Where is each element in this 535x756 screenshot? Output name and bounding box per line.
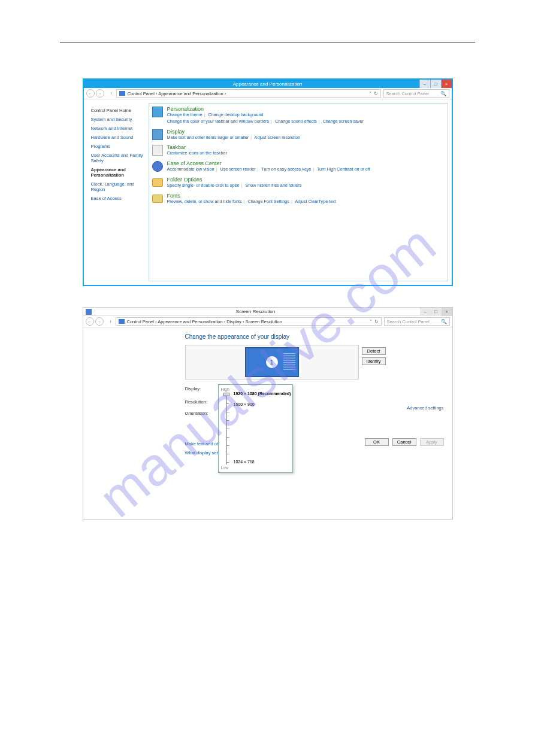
search-placeholder: Search Control Panel bbox=[386, 91, 429, 96]
cat-title[interactable]: Ease of Access Center bbox=[167, 160, 370, 166]
up-button[interactable]: ↑ bbox=[108, 319, 114, 324]
res-option-1[interactable]: 1920 × 1080 (Recommended) bbox=[234, 391, 291, 396]
apply-button[interactable]: Apply bbox=[420, 438, 444, 446]
link-click-open[interactable]: Specify single- or double-click to open bbox=[167, 183, 240, 188]
address-row: ← → ↑ Control Panel › Appearance and Per… bbox=[84, 88, 452, 99]
link-preview-fonts[interactable]: Preview, delete, or show and hide fonts bbox=[167, 199, 242, 204]
nav-programs[interactable]: Programs bbox=[91, 144, 144, 149]
folder-icon bbox=[152, 177, 164, 189]
label-low: Low bbox=[221, 466, 290, 470]
taskbar-icon bbox=[152, 144, 164, 156]
heading: Change the appearance of your display bbox=[185, 333, 446, 340]
nav-clock[interactable]: Clock, Language, and Region bbox=[91, 181, 144, 192]
title-bar: Screen Resolution – □ × bbox=[83, 308, 452, 316]
res-option-3[interactable]: 1024 × 768 bbox=[234, 460, 255, 464]
minimize-button[interactable]: – bbox=[419, 80, 430, 88]
screen-resolution-window: Screen Resolution – □ × ← → ↑ Control Pa… bbox=[83, 307, 453, 520]
page-top-rule bbox=[60, 42, 475, 42]
cat-title[interactable]: Folder Options bbox=[167, 177, 302, 183]
search-input[interactable]: Search Control Panel 🔍 bbox=[383, 89, 449, 98]
main-panel: Personalization Change the theme| Change… bbox=[149, 103, 448, 281]
cat-title[interactable]: Display bbox=[167, 129, 301, 135]
link-change-sound[interactable]: Change sound effects bbox=[275, 119, 317, 124]
search-placeholder: Search Control Panel bbox=[387, 319, 430, 324]
link-hidden-files[interactable]: Show hidden files and folders bbox=[245, 183, 301, 188]
cancel-button[interactable]: Cancel bbox=[392, 438, 416, 446]
refresh-icon[interactable]: ↻ bbox=[374, 319, 379, 324]
back-button[interactable]: ← bbox=[86, 317, 94, 326]
cat-links: Change the theme| Change desktop backgro… bbox=[167, 112, 364, 125]
cat-display: Display Make text and other items larger… bbox=[152, 129, 445, 141]
refresh-icon[interactable]: ↻ bbox=[374, 91, 378, 96]
detect-button[interactable]: Detect bbox=[362, 347, 386, 355]
cat-title[interactable]: Taskbar bbox=[167, 144, 227, 150]
cat-title[interactable]: Fonts bbox=[167, 193, 336, 199]
nav-arrows: ← → bbox=[86, 89, 104, 98]
addr-dropdown-icon[interactable]: ˅ bbox=[369, 91, 371, 96]
appearance-window: Appearance and Personalization – □ × ← →… bbox=[83, 78, 453, 286]
cat-taskbar: Taskbar Customize icons on the taskbar bbox=[152, 144, 445, 157]
cat-title[interactable]: Personalization bbox=[167, 106, 364, 112]
up-button[interactable]: ↑ bbox=[108, 91, 114, 96]
personalization-icon bbox=[152, 106, 164, 118]
label-resolution: Resolution: bbox=[185, 399, 218, 405]
cat-fonts: Fonts Preview, delete, or show and hide … bbox=[152, 193, 445, 205]
label-orientation: Orientation: bbox=[185, 411, 218, 416]
breadcrumb: Control Panel › Appearance and Personali… bbox=[127, 319, 282, 324]
identify-button[interactable]: Identify bbox=[362, 357, 386, 365]
nav-hardware[interactable]: Hardware and Sound bbox=[91, 135, 144, 140]
nav-home[interactable]: Control Panel Home bbox=[91, 108, 144, 113]
window-title: Screen Resolution bbox=[92, 309, 420, 314]
link-cleartype[interactable]: Adjust ClearType text bbox=[295, 199, 335, 204]
slider-thumb[interactable] bbox=[223, 393, 229, 396]
dialog-buttons: OK Cancel Apply bbox=[365, 438, 444, 446]
ok-button[interactable]: OK bbox=[365, 438, 389, 446]
link-text-size[interactable]: Make text and other items larger or smal… bbox=[167, 135, 249, 140]
maximize-button[interactable]: □ bbox=[431, 308, 442, 316]
forward-button[interactable]: → bbox=[95, 317, 104, 326]
monitor-grid-icon bbox=[283, 353, 295, 371]
resolution-popup: High 1920 × 1080 (Recommended) 1600 × 90… bbox=[218, 384, 293, 473]
label-display: Display: bbox=[185, 386, 218, 391]
monitor-thumbnail[interactable]: 1 bbox=[245, 347, 299, 377]
link-high-contrast[interactable]: Turn High Contrast on or off bbox=[317, 166, 370, 172]
cat-personalization: Personalization Change the theme| Change… bbox=[152, 106, 445, 125]
forward-button[interactable]: → bbox=[96, 89, 104, 98]
display-preview: 1 bbox=[185, 345, 359, 379]
display-icon bbox=[152, 129, 164, 141]
window-controls: – □ × bbox=[419, 80, 452, 88]
back-button[interactable]: ← bbox=[86, 89, 95, 98]
addr-dropdown-icon[interactable]: ˅ bbox=[370, 319, 372, 324]
search-input[interactable]: Search Control Panel 🔍 bbox=[384, 317, 450, 326]
link-change-bg[interactable]: Change desktop background bbox=[208, 112, 264, 117]
res-option-2[interactable]: 1600 × 900 bbox=[234, 402, 255, 406]
link-change-color[interactable]: Change the color of your taskbar and win… bbox=[167, 119, 270, 124]
window-title: Appearance and Personalization bbox=[84, 81, 452, 87]
link-change-saver[interactable]: Change screen saver bbox=[323, 119, 364, 124]
nav-appearance[interactable]: Appearance and Personalization bbox=[91, 167, 144, 178]
nav-user-accounts[interactable]: User Accounts and Family Safety bbox=[91, 153, 144, 163]
monitor-number: 1 bbox=[266, 356, 278, 368]
link-change-theme[interactable]: Change the theme bbox=[167, 112, 202, 117]
link-screen-reader[interactable]: Use screen reader bbox=[220, 166, 255, 172]
advanced-settings-link[interactable]: Advanced settings bbox=[407, 405, 443, 411]
title-bar: Appearance and Personalization – □ × bbox=[84, 80, 452, 88]
address-bar[interactable]: Control Panel › Appearance and Personali… bbox=[116, 89, 381, 98]
label-high: High bbox=[221, 387, 290, 391]
nav-network[interactable]: Network and Internet bbox=[91, 126, 144, 131]
link-adjust-res[interactable]: Adjust screen resolution bbox=[255, 135, 301, 140]
maximize-button[interactable]: □ bbox=[430, 80, 441, 88]
minimize-button[interactable]: – bbox=[420, 308, 431, 316]
ease-icon bbox=[152, 160, 164, 172]
close-button[interactable]: × bbox=[441, 80, 452, 88]
resolution-slider[interactable]: 1920 × 1080 (Recommended) 1600 × 900 102… bbox=[226, 393, 290, 464]
nav-ease[interactable]: Ease of Access bbox=[91, 196, 144, 201]
cat-ease: Ease of Access Center Accommodate low vi… bbox=[152, 160, 445, 173]
link-font-settings[interactable]: Change Font Settings bbox=[247, 199, 289, 204]
link-taskbar-icons[interactable]: Customize icons on the taskbar bbox=[167, 150, 227, 156]
close-button[interactable]: × bbox=[442, 308, 452, 316]
nav-system[interactable]: System and Security bbox=[91, 117, 144, 122]
link-low-vision[interactable]: Accommodate low vision bbox=[167, 166, 214, 172]
address-bar[interactable]: Control Panel › Appearance and Personali… bbox=[116, 317, 382, 326]
link-easy-keys[interactable]: Turn on easy access keys bbox=[261, 166, 311, 172]
